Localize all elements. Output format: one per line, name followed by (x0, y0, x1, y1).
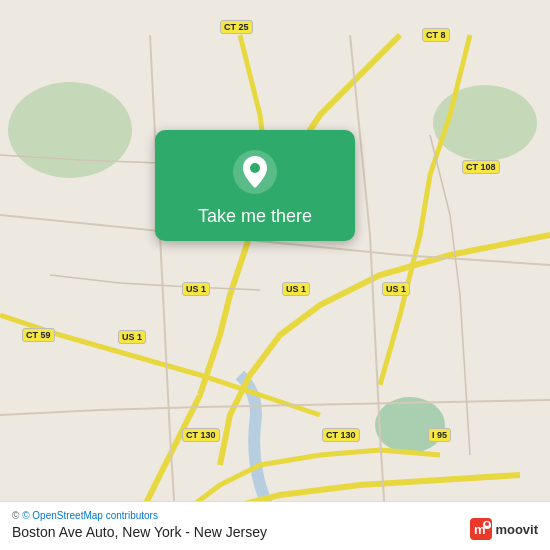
moovit-text: moovit (495, 522, 538, 537)
svg-point-5 (375, 397, 445, 453)
svg-point-7 (250, 163, 260, 173)
map-roads (0, 0, 550, 550)
road-badge-ct130-1: CT 130 (182, 428, 220, 442)
take-me-there-card[interactable]: Take me there (155, 130, 355, 241)
road-badge-ct108: CT 108 (462, 160, 500, 174)
location-title: Boston Ave Auto, New York - New Jersey (12, 524, 267, 540)
moovit-logo: m moovit (470, 518, 538, 540)
road-badge-ct130-2: CT 130 (322, 428, 360, 442)
take-me-there-label: Take me there (198, 206, 312, 227)
attribution: © © OpenStreetMap contributors (12, 510, 538, 521)
road-badge-us1-1: US 1 (182, 282, 210, 296)
svg-point-3 (8, 82, 132, 178)
road-badge-ct8: CT 8 (422, 28, 450, 42)
road-badge-ct25: CT 25 (220, 20, 253, 34)
road-badge-us1-4: US 1 (118, 330, 146, 344)
osm-link[interactable]: © OpenStreetMap contributors (22, 510, 158, 521)
location-pin-icon (231, 148, 279, 196)
road-badge-ct59: CT 59 (22, 328, 55, 342)
road-badge-i95: I 95 (428, 428, 451, 442)
svg-point-11 (485, 522, 489, 526)
road-badge-us1-3: US 1 (382, 282, 410, 296)
map-container: CT 25 CT 8 CT 108 US 1 US 1 US 1 US 1 CT… (0, 0, 550, 550)
road-badge-us1-2: US 1 (282, 282, 310, 296)
bottom-bar: © © OpenStreetMap contributors Boston Av… (0, 501, 550, 550)
moovit-brand-icon: m (470, 518, 492, 540)
